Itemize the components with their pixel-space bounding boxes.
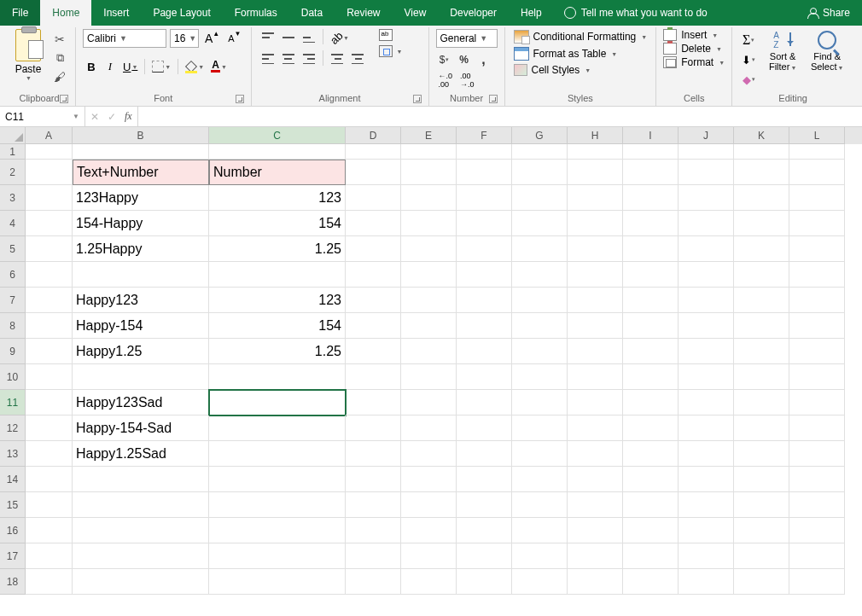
cell-D6[interactable] [346, 262, 401, 288]
cell-J9[interactable] [679, 339, 734, 364]
cell-J12[interactable] [679, 416, 734, 441]
cell-C4[interactable]: 154 [209, 211, 346, 236]
cell-D9[interactable] [346, 339, 401, 364]
cell-D1[interactable] [346, 144, 401, 160]
find-select-button[interactable]: Find & Select▼ [807, 29, 847, 72]
cell-B16[interactable] [73, 518, 209, 543]
cell-L14[interactable] [789, 467, 845, 492]
cell-G3[interactable] [512, 185, 568, 211]
cell-G8[interactable] [512, 313, 568, 339]
merge-center-button[interactable]: ▼ [379, 45, 422, 57]
cell-D18[interactable] [346, 569, 401, 595]
row-header-11[interactable]: 11 [0, 390, 26, 416]
cell-G17[interactable] [512, 543, 568, 569]
cell-A7[interactable] [26, 288, 73, 313]
cell-H5[interactable] [568, 236, 623, 262]
cell-E18[interactable] [401, 569, 457, 595]
row-header-12[interactable]: 12 [0, 416, 26, 441]
wrap-text-button[interactable] [379, 29, 422, 41]
cell-G13[interactable] [512, 441, 568, 467]
cell-J18[interactable] [679, 569, 734, 595]
cell-E17[interactable] [401, 543, 457, 569]
cell-K1[interactable] [734, 144, 789, 160]
cell-A5[interactable] [26, 236, 73, 262]
cell-L9[interactable] [789, 339, 845, 364]
cells-area[interactable]: Text+NumberNumber123Happy123154-Happy154… [26, 144, 862, 616]
cell-E7[interactable] [401, 288, 457, 313]
cell-J4[interactable] [679, 211, 734, 236]
tab-help[interactable]: Help [509, 0, 554, 26]
cell-F9[interactable] [457, 339, 512, 364]
cell-H10[interactable] [568, 364, 623, 390]
cell-K10[interactable] [734, 364, 789, 390]
cell-F6[interactable] [457, 262, 512, 288]
dialog-launcher-icon[interactable] [60, 95, 68, 103]
cell-C7[interactable]: 123 [209, 288, 346, 313]
percent-button[interactable]: % [456, 51, 473, 68]
cell-I1[interactable] [623, 144, 679, 160]
cell-L16[interactable] [789, 518, 845, 543]
cell-G2[interactable] [512, 160, 568, 185]
cell-L7[interactable] [789, 288, 845, 313]
cell-E10[interactable] [401, 364, 457, 390]
cell-D7[interactable] [346, 288, 401, 313]
cell-K7[interactable] [734, 288, 789, 313]
cell-C9[interactable]: 1.25 [209, 339, 346, 364]
row-header-10[interactable]: 10 [0, 364, 26, 390]
fill-button[interactable]: ⬇▾ [739, 51, 758, 68]
cell-H8[interactable] [568, 313, 623, 339]
cell-L3[interactable] [789, 185, 845, 211]
cell-G5[interactable] [512, 236, 568, 262]
cell-K15[interactable] [734, 492, 789, 518]
cell-E9[interactable] [401, 339, 457, 364]
cell-D16[interactable] [346, 518, 401, 543]
cell-J3[interactable] [679, 185, 734, 211]
cell-H7[interactable] [568, 288, 623, 313]
cell-A1[interactable] [26, 144, 73, 160]
cell-J8[interactable] [679, 313, 734, 339]
align-bottom-button[interactable] [300, 29, 318, 46]
cell-F17[interactable] [457, 543, 512, 569]
orientation-button[interactable]: ab▼ [328, 29, 352, 46]
cell-G6[interactable] [512, 262, 568, 288]
cell-D10[interactable] [346, 364, 401, 390]
cell-F10[interactable] [457, 364, 512, 390]
cell-K3[interactable] [734, 185, 789, 211]
cell-J17[interactable] [679, 543, 734, 569]
cell-H12[interactable] [568, 416, 623, 441]
tab-formulas[interactable]: Formulas [223, 0, 289, 26]
cell-I5[interactable] [623, 236, 679, 262]
cell-G16[interactable] [512, 518, 568, 543]
align-left-button[interactable] [259, 50, 277, 67]
cell-F15[interactable] [457, 492, 512, 518]
cell-A14[interactable] [26, 467, 73, 492]
cell-A15[interactable] [26, 492, 73, 518]
share-button[interactable]: Share [795, 0, 862, 26]
cell-B8[interactable]: Happy-154 [73, 313, 209, 339]
cell-L15[interactable] [789, 492, 845, 518]
copy-button[interactable]: ⧉ [51, 49, 68, 67]
font-size-combo[interactable]: 16▼ [170, 29, 199, 48]
cell-E2[interactable] [401, 160, 457, 185]
row-header-9[interactable]: 9 [0, 339, 26, 364]
row-header-18[interactable]: 18 [0, 569, 26, 595]
tab-home[interactable]: Home [40, 0, 91, 26]
cell-J1[interactable] [679, 144, 734, 160]
row-header-8[interactable]: 8 [0, 313, 26, 339]
cell-H13[interactable] [568, 441, 623, 467]
border-button[interactable]: ▼ [149, 58, 173, 75]
cell-B4[interactable]: 154-Happy [73, 211, 209, 236]
cell-E16[interactable] [401, 518, 457, 543]
cell-H15[interactable] [568, 492, 623, 518]
cell-E6[interactable] [401, 262, 457, 288]
cell-L10[interactable] [789, 364, 845, 390]
cell-E3[interactable] [401, 185, 457, 211]
cell-F4[interactable] [457, 211, 512, 236]
cell-L18[interactable] [789, 569, 845, 595]
cell-K2[interactable] [734, 160, 789, 185]
decrease-indent-button[interactable] [328, 50, 347, 67]
cell-F12[interactable] [457, 416, 512, 441]
cell-C17[interactable] [209, 543, 346, 569]
cell-F16[interactable] [457, 518, 512, 543]
cell-styles-button[interactable]: Cell Styles▼ [512, 63, 649, 77]
